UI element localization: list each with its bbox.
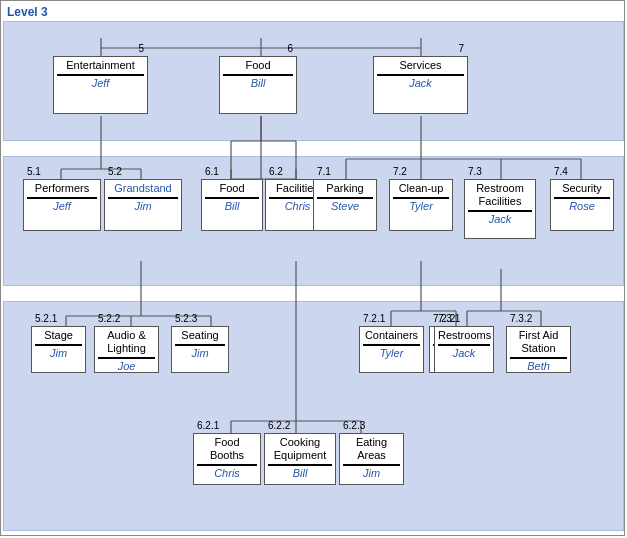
performers-node: 5.1 Performers Jeff [23,179,101,231]
food-mid-title: Food [205,182,259,195]
audio-num: 5.2.2 [98,313,120,324]
stage-node: 5.2.1 Stage Jim [31,326,86,373]
security-name: Rose [554,197,610,212]
seating-name: Jim [175,344,225,359]
grandstand-title: Grandstand [108,182,178,195]
entertainment-num: 5 [138,43,144,54]
seating-title: Seating [175,329,225,342]
grandstand-node: 5.2 Grandstand Jim [104,179,182,231]
food-top-title: Food [223,59,293,72]
food-top-node: 6 Food Bill [219,56,297,114]
facilities-num: 6.2 [269,166,283,177]
cleanup-title: Clean-up [393,182,449,195]
org-chart: Level 3 [0,0,625,536]
services-title: Services [377,59,464,72]
food-top-num: 6 [287,43,293,54]
entertainment-node: 5 Entertainment Jeff [53,56,148,114]
restroom-title: Restroom Facilities [468,182,532,208]
entertainment-name: Jeff [57,74,144,89]
entertainment-title: Entertainment [57,59,144,72]
cleanup-node: 7.2 Clean-up Tyler [389,179,453,231]
security-num: 7.4 [554,166,568,177]
restroom-num: 7.3 [468,166,482,177]
seating-num: 5.2.3 [175,313,197,324]
restrooms-num: 7.3.1 [438,313,460,324]
stage-num: 5.2.1 [35,313,57,324]
restrooms-node: 7.3.1 Restrooms Jack [434,326,494,373]
parking-num: 7.1 [317,166,331,177]
cleanup-name: Tyler [393,197,449,212]
firstaid-node: 7.3.2 First Aid Station Beth [506,326,571,373]
performers-num: 5.1 [27,166,41,177]
stage-title: Stage [35,329,82,342]
grandstand-name: Jim [108,197,178,212]
foodbooths-node: 6.2.1 Food Booths Chris [193,433,261,485]
cleanup-num: 7.2 [393,166,407,177]
food-mid-num: 6.1 [205,166,219,177]
foodbooths-name: Chris [197,464,257,479]
firstaid-num: 7.3.2 [510,313,532,324]
security-title: Security [554,182,610,195]
eating-name: Jim [343,464,400,479]
audio-title: Audio & Lighting [98,329,155,355]
food-mid-node: 6.1 Food Bill [201,179,263,231]
performers-name: Jeff [27,197,97,212]
parking-name: Steve [317,197,373,212]
containers-node: 7.2.1 Containers Tyler [359,326,424,373]
grandstand-num-left: 5.2 [108,166,122,177]
foodbooths-num: 6.2.1 [197,420,219,431]
restrooms-title: Restrooms [438,329,490,342]
cooking-name: Bill [268,464,332,479]
containers-name: Tyler [363,344,420,359]
level-label: Level 3 [7,5,48,19]
firstaid-title: First Aid Station [510,329,567,355]
parking-node: 7.1 Parking Steve [313,179,377,231]
foodbooths-title: Food Booths [197,436,257,462]
services-num: 7 [458,43,464,54]
seating-node: 5.2.3 Seating Jim [171,326,229,373]
stage-name: Jim [35,344,82,359]
security-node: 7.4 Security Rose [550,179,614,231]
parking-title: Parking [317,182,373,195]
firstaid-name: Beth [510,357,567,372]
food-mid-name: Bill [205,197,259,212]
services-name: Jack [377,74,464,89]
cooking-title: Cooking Equipment [268,436,332,462]
restrooms-name: Jack [438,344,490,359]
eating-title: Eating Areas [343,436,400,462]
eating-node: 6.2.3 Eating Areas Jim [339,433,404,485]
eating-num: 6.2.3 [343,420,365,431]
food-top-name: Bill [223,74,293,89]
cooking-node: 6.2.2 Cooking Equipment Bill [264,433,336,485]
restroom-name: Jack [468,210,532,225]
containers-title: Containers [363,329,420,342]
restroom-node: 7.3 Restroom Facilities Jack [464,179,536,239]
services-node: 7 Services Jack [373,56,468,114]
performers-title: Performers [27,182,97,195]
audio-name: Joe [98,357,155,372]
containers-num: 7.2.1 [363,313,385,324]
audio-node: 5.2.2 Audio & Lighting Joe [94,326,159,373]
cooking-num: 6.2.2 [268,420,290,431]
